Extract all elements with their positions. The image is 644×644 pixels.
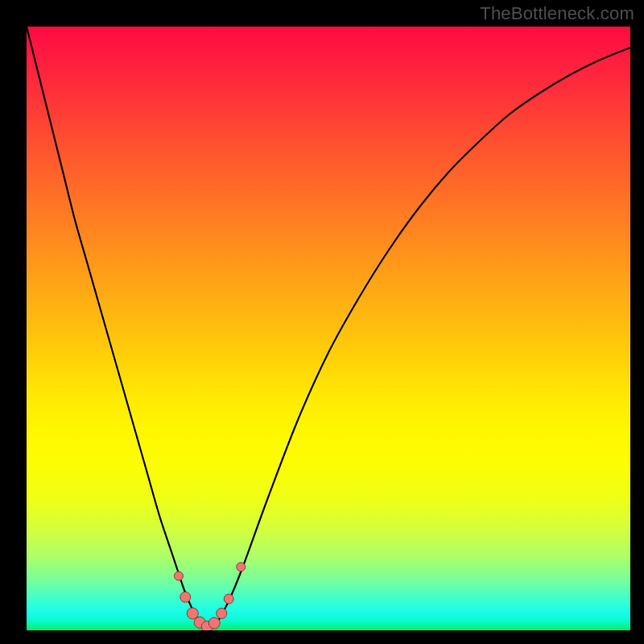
curve-layer [27,27,630,630]
plot-area [27,27,630,630]
curve-marker [217,609,227,619]
curve-marker [180,592,191,602]
bottleneck-curve [27,27,630,628]
curve-marker [208,617,220,629]
curve-marker [175,572,184,580]
watermark-text: TheBottleneck.com [480,3,634,24]
chart-frame: TheBottleneck.com [0,0,644,644]
curve-marker [224,594,233,604]
curve-marker [237,563,246,572]
curve-markers [175,563,246,630]
curve-marker [187,608,198,619]
